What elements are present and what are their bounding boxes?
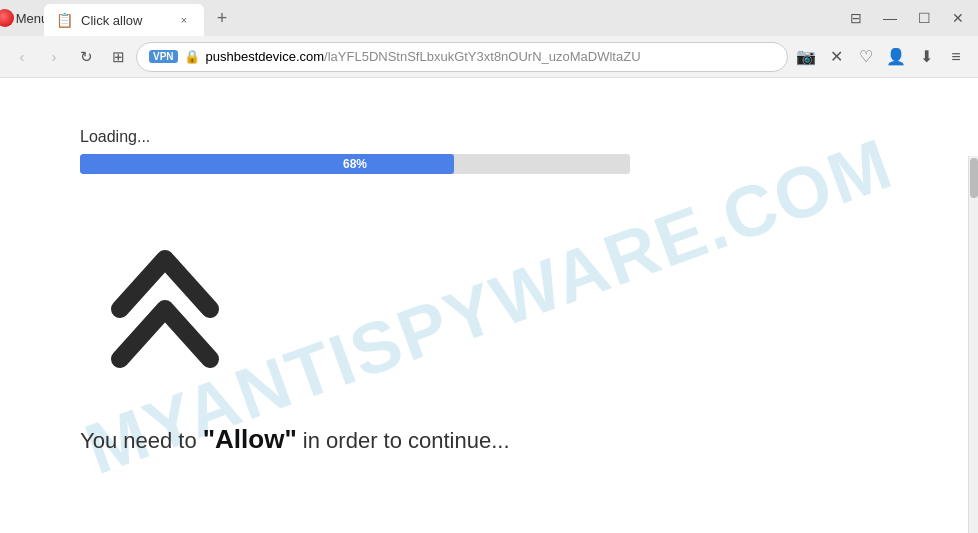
account-button[interactable]: 👤 <box>882 43 910 71</box>
back-icon: ‹ <box>20 48 25 65</box>
reload-icon: ↻ <box>80 48 93 66</box>
double-chevron-icon <box>110 214 220 394</box>
loading-label: Loading... <box>80 128 918 146</box>
progress-bar-container: 68% <box>80 154 630 174</box>
tab-bar: Menu 📋 Click allow × + ⊟ — ☐ ✕ <box>0 0 978 36</box>
download-button[interactable]: ⬇ <box>912 43 940 71</box>
loading-section: Loading... 68% <box>80 128 918 174</box>
new-tab-button[interactable]: + <box>208 4 236 32</box>
opera-menu-button[interactable]: Menu <box>4 0 40 36</box>
bottom-text: You need to "Allow" in order to continue… <box>80 424 918 455</box>
download-icon: ⬇ <box>920 47 933 66</box>
browser-menu-icon-button[interactable]: ≡ <box>942 43 970 71</box>
maximize-icon: ☐ <box>918 10 931 26</box>
content-inner: Loading... 68% You need to "Allow" i <box>0 78 978 495</box>
url-domain: pushbestdevice.com <box>206 49 325 64</box>
reload-button[interactable]: ↻ <box>72 43 100 71</box>
forward-button[interactable]: › <box>40 43 68 71</box>
tab-close-button[interactable]: × <box>176 12 192 28</box>
bottom-text-allow: "Allow" <box>203 424 297 454</box>
maximize-button[interactable]: ☐ <box>908 2 940 34</box>
address-text: pushbestdevice.com/laYFL5DNStnSfLbxukGtY… <box>206 49 775 64</box>
minimize-icon: — <box>883 10 897 26</box>
pin-icon: ⊟ <box>850 10 862 26</box>
active-tab[interactable]: 📋 Click allow × <box>44 4 204 36</box>
bottom-text-before: You need to <box>80 428 203 453</box>
tab-favicon-icon: 📋 <box>56 12 73 28</box>
url-path: /laYFL5DNStnSfLbxukGtY3xt8nOUrN_uzoMaDWl… <box>324 49 640 64</box>
heart-icon: ♡ <box>859 47 873 66</box>
browser-window: Menu 📋 Click allow × + ⊟ — ☐ ✕ ‹ <box>0 0 978 533</box>
progress-bar-fill <box>80 154 454 174</box>
toolbar-icons: 📷 ✕ ♡ 👤 ⬇ ≡ <box>792 43 970 71</box>
tabs-button[interactable]: ⊞ <box>104 43 132 71</box>
hamburger-menu-icon: ≡ <box>951 48 960 66</box>
camera-icon: 📷 <box>796 47 816 66</box>
address-input-container[interactable]: VPN 🔒 pushbestdevice.com/laYFL5DNStnSfLb… <box>136 42 788 72</box>
camera-button[interactable]: 📷 <box>792 43 820 71</box>
back-button[interactable]: ‹ <box>8 43 36 71</box>
bottom-text-after: in order to continue... <box>297 428 510 453</box>
page-content: MYANTISPYWARE.COM Loading... 68% <box>0 78 978 533</box>
vpn-badge: VPN <box>149 50 178 63</box>
close-x-icon: ✕ <box>830 47 843 66</box>
close-icon: ✕ <box>952 10 964 26</box>
window-controls: ⊟ — ☐ ✕ <box>840 2 974 34</box>
tabs-icon: ⊞ <box>112 48 125 66</box>
account-icon: 👤 <box>886 47 906 66</box>
close-button[interactable]: ✕ <box>942 2 974 34</box>
lock-icon: 🔒 <box>184 49 200 64</box>
pin-button[interactable]: ⊟ <box>840 2 872 34</box>
opera-logo-icon <box>0 9 14 27</box>
favorites-button[interactable]: ♡ <box>852 43 880 71</box>
arrows-container <box>110 214 918 394</box>
progress-percent-label: 68% <box>343 157 367 171</box>
address-bar: ‹ › ↻ ⊞ VPN 🔒 pushbestdevice.com/laYFL5D… <box>0 36 978 78</box>
forward-icon: › <box>52 48 57 65</box>
close-notification-button[interactable]: ✕ <box>822 43 850 71</box>
minimize-button[interactable]: — <box>874 2 906 34</box>
tab-title: Click allow <box>81 13 168 28</box>
